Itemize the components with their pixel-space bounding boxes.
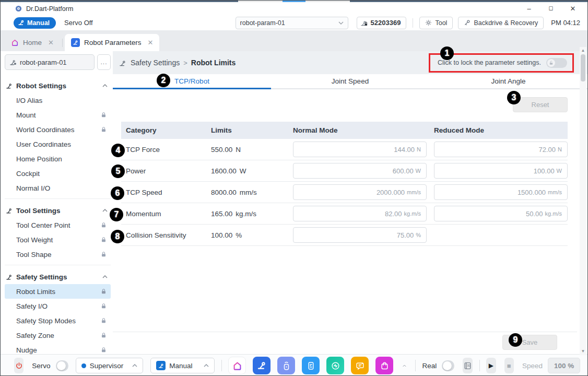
play-button[interactable]: ▶ xyxy=(486,358,496,373)
sidebar-item-robot-limits[interactable]: Robot Limits xyxy=(5,284,111,299)
sidebar-item-io-alias[interactable]: I/O Alias xyxy=(5,93,111,108)
limit-value: 550.00 xyxy=(211,146,232,154)
chevron-up-icon xyxy=(204,364,209,367)
simulator-3d-button[interactable]: 3D xyxy=(463,358,472,373)
stop-button[interactable]: ■ xyxy=(504,358,514,373)
section-title: Safety Settings xyxy=(16,273,67,281)
scrollbar-thumb[interactable] xyxy=(581,54,585,81)
dock-jog-pendant-app-icon[interactable] xyxy=(277,357,295,374)
normal-mode-input[interactable]: 82.00kg.m/s xyxy=(293,206,427,221)
reset-button[interactable]: Reset xyxy=(513,97,568,112)
chevron-up-icon xyxy=(132,364,137,367)
tool-button[interactable]: Tool xyxy=(419,17,453,29)
sidebar-section-tool-settings[interactable]: Tool Settings xyxy=(5,203,111,218)
sidebar-item-tool-weight[interactable]: Tool Weight xyxy=(5,232,111,247)
content-footer: Save xyxy=(113,332,577,350)
sidebar-item-nudge[interactable]: Nudge xyxy=(5,343,111,354)
reduced-mode-input[interactable]: 100.00W xyxy=(434,163,568,179)
minimize-icon[interactable]: – xyxy=(525,5,533,12)
sidebar-more-button[interactable]: ... xyxy=(97,54,111,70)
sidebar-item-tool-shape[interactable]: Tool Shape xyxy=(5,247,111,262)
normal-mode-input[interactable]: 600.00W xyxy=(293,163,427,179)
limit-value: 100.00 xyxy=(211,231,232,239)
sidebar-item-safety-stop-modes[interactable]: Safety Stop Modes xyxy=(5,313,111,328)
power-button[interactable] xyxy=(14,358,23,373)
dock-message-app-icon[interactable] xyxy=(351,357,369,374)
annotation-badge-5: 5 xyxy=(111,164,125,178)
dock-robot-params-app-icon[interactable] xyxy=(253,357,271,374)
annotation-badge-8: 8 xyxy=(111,230,124,243)
tab-tcp-robot[interactable]: TCP/Robot xyxy=(113,74,271,88)
input-value: 144.00 xyxy=(394,146,415,154)
dock-monitoring-app-icon[interactable] xyxy=(326,357,344,374)
col-category: Category xyxy=(121,126,206,134)
sidebar-item-safety-zone[interactable]: Safety Zone xyxy=(5,328,111,343)
sidebar-item-tool-center-point[interactable]: Tool Center Point xyxy=(5,218,111,232)
section-title: Tool Settings xyxy=(16,207,61,215)
manual-mode-label: Manual xyxy=(27,19,50,27)
dock-task-writer-app-icon[interactable] xyxy=(302,357,320,374)
limit-unit: W xyxy=(240,167,246,175)
user-role-select[interactable]: Supervisor xyxy=(76,358,144,373)
tab-home-close-icon[interactable]: ✕ xyxy=(48,39,54,46)
input-unit: W xyxy=(416,168,421,174)
sidebar-item-normal-io[interactable]: Normal I/O xyxy=(5,181,111,195)
robot-arm-icon xyxy=(9,58,17,66)
servo-toggle[interactable] xyxy=(56,360,68,371)
sidebar-param-name-box: robot-param-01 xyxy=(5,54,95,70)
robot-param-select-value: robot-param-01 xyxy=(240,19,285,27)
annotation-badge-3: 3 xyxy=(507,91,521,104)
annotation-badge-2: 2 xyxy=(157,74,170,87)
tab-robot-parameters-close-icon[interactable]: ✕ xyxy=(147,39,153,46)
input-value: 2000.000 xyxy=(377,189,405,196)
servo-state-label: Servo Off xyxy=(64,19,93,27)
reduced-mode-input[interactable]: 1500.000mm/s xyxy=(434,184,568,200)
annotation-badge-1: 1 xyxy=(440,46,454,60)
toggle-knob xyxy=(547,59,555,67)
sidebar-item-cockpit[interactable]: Cockpit xyxy=(5,166,111,181)
table-row-momentum: Momentum 165.00kg.m/s 82.00kg.m/s 50.00k… xyxy=(121,203,568,225)
statusbar-divider xyxy=(415,360,416,371)
dock-home-app-icon[interactable] xyxy=(228,357,246,374)
parameter-lock-toggle[interactable] xyxy=(546,58,567,68)
speed-value-box[interactable]: 100 % xyxy=(548,358,580,373)
normal-mode-input[interactable]: 144.00N xyxy=(293,142,427,157)
tab-home[interactable]: Home ✕ xyxy=(5,34,60,51)
limits-cell: 100.00% xyxy=(206,231,288,239)
normal-mode-input[interactable]: 2000.000mm/s xyxy=(293,184,427,200)
sidebar-item-safety-io[interactable]: Safety I/O xyxy=(5,299,111,313)
limit-unit: N xyxy=(236,146,241,154)
sidebar-item-world-coordinates[interactable]: World Coordinates xyxy=(5,122,111,137)
sidebar-item-user-coordinates[interactable]: User Coordinates xyxy=(5,137,111,151)
manual-mode-button[interactable]: Manual xyxy=(14,17,56,29)
maximize-icon[interactable]: ◻ xyxy=(547,5,555,12)
vertical-scrollbar[interactable]: ▲ ▼ xyxy=(580,47,586,355)
item-label: World Coordinates xyxy=(16,126,75,134)
sidebar: robot-param-01 ... Robot Settings I/O Al… xyxy=(1,51,113,354)
scroll-down-icon[interactable]: ▼ xyxy=(581,348,585,355)
scroll-up-icon[interactable]: ▲ xyxy=(581,47,585,54)
close-icon[interactable]: ✕ xyxy=(569,5,577,12)
operation-mode-select[interactable]: Manual xyxy=(150,358,214,373)
category-cell: Collision Sensitivity xyxy=(121,231,206,239)
dock-store-app-icon[interactable] xyxy=(375,357,393,374)
tab-joint-angle[interactable]: Joint Angle xyxy=(429,74,587,88)
input-value: 82.00 xyxy=(385,210,402,218)
reduced-mode-input[interactable]: 50.00kg.m/s xyxy=(434,206,568,221)
unlock-icon xyxy=(549,61,554,65)
dock-expand-chevron-icon[interactable] xyxy=(403,364,406,368)
sidebar-item-mount[interactable]: Mount xyxy=(5,108,111,122)
robot-param-select[interactable]: robot-param-01 xyxy=(236,17,348,29)
tab-robot-parameters[interactable]: Robot Parameters ✕ xyxy=(65,34,159,51)
reduced-mode-input[interactable]: 72.00N xyxy=(434,142,568,157)
normal-mode-input[interactable]: 75.00% xyxy=(293,227,427,243)
input-value: 100.00 xyxy=(534,167,555,175)
backdrive-recovery-button[interactable]: Backdrive & Recovery xyxy=(458,17,544,29)
robot-parameters-icon xyxy=(71,38,80,47)
sidebar-section-robot-settings[interactable]: Robot Settings xyxy=(5,78,111,93)
tab-joint-speed[interactable]: Joint Speed xyxy=(271,74,429,88)
sidebar-section-safety-settings[interactable]: Safety Settings xyxy=(5,269,111,284)
limit-value: 165.00 xyxy=(211,210,232,218)
sidebar-item-home-position[interactable]: Home Position xyxy=(5,151,111,166)
real-mode-toggle[interactable] xyxy=(442,360,454,371)
